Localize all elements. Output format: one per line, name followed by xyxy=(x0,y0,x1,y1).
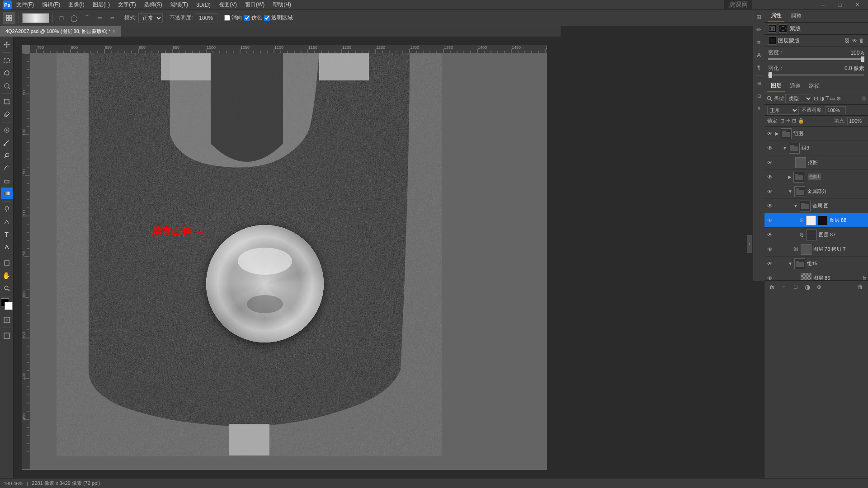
polygon-icon[interactable]: ▱ xyxy=(107,13,118,23)
spot-heal-tool[interactable] xyxy=(1,124,13,136)
gradient-preview[interactable] xyxy=(22,13,49,23)
right-icon-6[interactable]: ⊟ xyxy=(754,78,764,88)
right-icon-5[interactable]: ¶ xyxy=(754,62,764,72)
layer-vis-metal-fen[interactable]: 👁 xyxy=(766,188,774,195)
chevron-metal-tu[interactable]: ▼ xyxy=(793,203,798,208)
dodge-tool[interactable] xyxy=(1,203,13,215)
move-tool[interactable] xyxy=(1,39,13,51)
delete-layer-button[interactable]: 🗑 xyxy=(855,282,865,292)
chevron-metal-fen[interactable]: ▼ xyxy=(788,189,793,194)
layer-row-color[interactable]: 👁 ▶ 组0 色阶1 xyxy=(764,170,868,184)
right-icon-7[interactable]: ⊡ xyxy=(754,91,764,101)
filter-shape-icon[interactable]: ▭ xyxy=(830,95,835,102)
layer-vis-86[interactable]: 👁 xyxy=(766,275,774,281)
tab-adjustments[interactable]: 调整 xyxy=(788,10,804,22)
menu-file[interactable]: 文件(F) xyxy=(13,0,38,9)
menu-edit[interactable]: 编辑(E) xyxy=(38,0,64,9)
active-tab[interactable]: 4Q2A2007.psd @ 180% (图层 88, 图层蒙版/8) * × xyxy=(0,26,121,37)
layer-row-group15[interactable]: 👁 ▼ 组15 xyxy=(764,257,868,271)
filter-pixel-icon[interactable]: ⊡ xyxy=(814,95,818,102)
layer-vis-color[interactable]: 👁 xyxy=(766,174,774,181)
menu-filter[interactable]: 滤镜(T) xyxy=(167,0,192,9)
tab-layers[interactable]: 图层 xyxy=(767,80,785,92)
history-brush-tool[interactable] xyxy=(1,162,13,174)
ps-home-icon[interactable]: Ps xyxy=(3,0,12,9)
brush-tool[interactable] xyxy=(1,137,13,149)
lasso-icon[interactable]: ⌒ xyxy=(81,13,92,23)
layer-row-87[interactable]: 👁 ⛓ 图层 87 xyxy=(764,228,868,242)
menu-window[interactable]: 窗口(W) xyxy=(241,0,268,9)
lock-position-icon[interactable]: ✛ xyxy=(786,118,790,124)
close-button[interactable]: ✕ xyxy=(849,0,865,10)
layer-row-group9[interactable]: 👁 ▼ 组9 xyxy=(764,141,868,155)
layer-vis-group9[interactable]: 👁 xyxy=(766,145,774,152)
eraser-tool[interactable] xyxy=(1,175,13,187)
maximize-button[interactable]: □ xyxy=(832,0,848,10)
quick-select-tool[interactable] xyxy=(1,80,13,92)
layer-vis-metal-tu[interactable]: 👁 xyxy=(766,202,774,210)
fill-label[interactable]: 仿色 xyxy=(244,14,262,22)
icon-link[interactable]: ⛓ xyxy=(844,38,850,44)
anti-alias-label[interactable]: 消向 xyxy=(224,14,242,22)
filter-type-icon[interactable]: T xyxy=(826,95,829,102)
tab-paths[interactable]: 路径 xyxy=(805,81,823,91)
eyedropper-tool[interactable] xyxy=(1,108,13,120)
menu-3d[interactable]: 3D(D) xyxy=(193,1,214,9)
density-slider[interactable] xyxy=(768,58,864,60)
density-slider-thumb[interactable] xyxy=(861,56,864,62)
filter-icon-1[interactable] xyxy=(768,24,776,33)
clone-stamp-tool[interactable] xyxy=(1,150,13,161)
menu-select[interactable]: 选择(S) xyxy=(141,0,166,9)
right-icon-1[interactable]: ⊞ xyxy=(754,12,764,22)
screen-mode-tool[interactable] xyxy=(1,330,13,342)
layer-vis-88[interactable]: 👁 xyxy=(766,217,774,224)
layer-vis-group15[interactable]: 👁 xyxy=(766,260,774,267)
lasso-tool[interactable] xyxy=(1,67,13,79)
lock-all-icon[interactable]: 🔒 xyxy=(798,118,804,124)
opacity-input[interactable] xyxy=(195,13,217,23)
filter-icon-2[interactable] xyxy=(779,24,787,33)
right-icon-2[interactable]: ✏ xyxy=(754,24,764,34)
layer-vis-73-7[interactable]: 👁 xyxy=(766,246,774,253)
transparent-label[interactable]: 透明区域 xyxy=(264,14,293,22)
opacity-input[interactable] xyxy=(826,106,846,114)
type-tool[interactable]: T xyxy=(1,229,13,240)
quick-mask-tool[interactable] xyxy=(1,314,13,326)
crop-tool[interactable] xyxy=(1,96,13,108)
filter-smart-icon[interactable]: ⊕ xyxy=(836,95,841,102)
marquee-tool[interactable] xyxy=(1,55,13,66)
anti-alias-checkbox[interactable] xyxy=(224,15,230,21)
layer-row-tutu[interactable]: 👁 抠图 xyxy=(764,155,868,170)
chevron-group9[interactable]: ▼ xyxy=(783,145,787,150)
tab-channels[interactable]: 通道 xyxy=(786,81,804,91)
new-layer-button[interactable]: ⊕ xyxy=(814,282,824,292)
layer-row-group-top[interactable]: 👁 ▶ 组图 xyxy=(764,127,868,141)
chevron-color[interactable]: ▶ xyxy=(788,174,792,179)
icon-delete[interactable]: 🗑 xyxy=(859,38,864,44)
gradient-tool[interactable] xyxy=(1,188,13,199)
feather-slider-thumb[interactable] xyxy=(769,72,772,78)
menu-help[interactable]: 帮助(H) xyxy=(269,0,295,9)
mode-select[interactable]: 正常 xyxy=(138,13,163,23)
tab-close-button[interactable]: × xyxy=(113,29,115,34)
menu-image[interactable]: 图像(I) xyxy=(65,0,88,9)
lock-artboard-icon[interactable]: ⊞ xyxy=(792,118,796,124)
fill-checkbox[interactable] xyxy=(244,15,250,21)
layer-row-88[interactable]: 👁 ⛓ 图层 88 xyxy=(764,213,868,228)
zoom-tool[interactable] xyxy=(1,282,13,294)
blend-mode-select[interactable]: 正常 xyxy=(767,106,799,115)
menu-text[interactable]: 文字(T) xyxy=(114,0,139,9)
minimize-button[interactable]: ─ xyxy=(815,0,831,10)
transparent-checkbox[interactable] xyxy=(264,15,270,21)
layer-link-88[interactable]: ⛓ xyxy=(799,218,804,223)
ellipse-icon[interactable]: ◯ xyxy=(69,13,80,23)
layer-vis-tutu[interactable]: 👁 xyxy=(766,159,774,166)
fill-input[interactable] xyxy=(847,117,865,125)
layer-row-73-7[interactable]: 👁 ⛓ 图层 73 拷贝 7 xyxy=(764,242,868,257)
menu-view[interactable]: 视图(V) xyxy=(215,0,241,9)
fx-button[interactable]: fx xyxy=(767,282,777,292)
right-icon-4[interactable]: A xyxy=(754,50,764,60)
marquee-icon[interactable]: ▭ xyxy=(94,13,105,23)
layer-vis-87[interactable]: 👁 xyxy=(766,231,774,239)
rect-select-icon[interactable]: □ xyxy=(56,13,67,23)
